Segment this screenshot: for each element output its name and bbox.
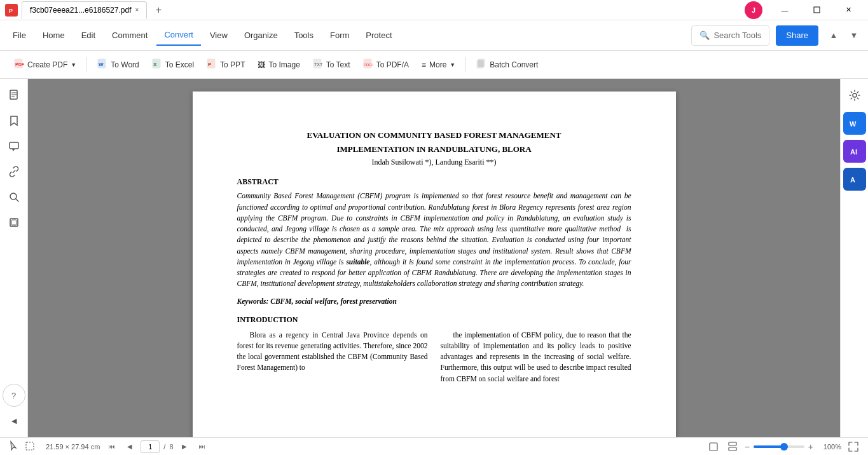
menu-form[interactable]: Form (322, 25, 357, 46)
zoom-bar-fill (754, 445, 784, 448)
svg-text:PDF/A: PDF/A (364, 63, 373, 67)
first-page-btn[interactable]: ⏮ (105, 440, 119, 454)
share-button[interactable]: Share (776, 25, 818, 46)
sidebar-collapse-icon[interactable]: ◀ (3, 409, 25, 432)
menu-home[interactable]: Home (35, 25, 72, 46)
svg-rect-35 (729, 442, 736, 445)
zoom-out-btn[interactable]: − (745, 442, 750, 452)
pdfa-icon: PDF/A (363, 58, 373, 71)
menu-file[interactable]: File (5, 25, 34, 46)
right-sidebar: W AI A (840, 79, 868, 437)
menu-organize[interactable]: Organize (237, 25, 286, 46)
pdf-page: EVALUATION ON COMMUNITY BASED FOREST MAN… (193, 92, 676, 437)
menu-tools[interactable]: Tools (287, 25, 321, 46)
svg-text:AI: AI (850, 148, 857, 156)
search-tools-btn[interactable]: 🔍 Search Tools (691, 25, 769, 46)
page-navigation: ⏮ ◀ 1 / 8 ▶ ⏭ (105, 440, 209, 454)
create-pdf-icon: PDF (14, 58, 24, 71)
pdf-keywords: Keywords: CBFM, social welfare, forest p… (237, 297, 631, 305)
sidebar-page-icon[interactable] (3, 84, 25, 107)
pdf-title-line2: IMPLEMENTATION IN RANDUBLATUNG, BLORA (237, 144, 631, 155)
nav-down-btn[interactable]: ▼ (845, 27, 863, 44)
sidebar-link-icon[interactable] (3, 160, 25, 183)
menu-comment[interactable]: Comment (104, 25, 155, 46)
nav-up-btn[interactable]: ▲ (825, 27, 843, 44)
new-tab-btn[interactable]: + (151, 3, 166, 18)
to-excel-label: To Excel (165, 60, 194, 69)
zoom-in-btn[interactable]: + (808, 442, 813, 452)
sidebar-comment-icon[interactable] (3, 135, 25, 158)
view-mode-single-btn[interactable] (706, 440, 720, 454)
menu-protect[interactable]: Protect (358, 25, 399, 46)
to-pdfa-btn[interactable]: PDF/A To PDF/A (357, 54, 415, 76)
next-page-btn[interactable]: ▶ (177, 440, 191, 454)
pdf-intro-title: INTRODUCTION (237, 315, 631, 325)
fit-window-btn[interactable] (846, 440, 860, 454)
sidebar-layers-icon[interactable] (3, 211, 25, 234)
current-page-input[interactable]: 1 (141, 440, 160, 453)
convert-toolbar: PDF Create PDF ▼ W To Word X To Excel P … (0, 51, 868, 79)
more-btn[interactable]: ≡ More ▼ (415, 54, 462, 76)
menu-view[interactable]: View (202, 25, 235, 46)
cursor-mode-icon[interactable] (8, 440, 19, 453)
pdf-col-right: the implementation of CBFM policy, due t… (441, 330, 631, 384)
to-text-btn[interactable]: TXT To Text (307, 54, 357, 76)
to-image-btn[interactable]: 🖼 To Image (251, 54, 306, 76)
batch-convert-label: Batch Convert (490, 60, 538, 69)
tab-title: f3cb07eeea21...e6186527.pdf (30, 6, 131, 15)
keywords-label: Keywords: (237, 297, 269, 305)
tab-close-btn[interactable]: × (135, 6, 139, 13)
right-word-convert-icon[interactable]: W (843, 112, 866, 135)
title-bar-left: P f3cb07eeea21...e6186527.pdf × + (5, 1, 166, 19)
keywords-text: CBFM, social welfare, forest preservatio… (268, 297, 397, 305)
ppt-icon: P (207, 58, 217, 71)
pdf-area[interactable]: EVALUATION ON COMMUNITY BASED FOREST MAN… (28, 79, 840, 437)
status-bar: 21.59 × 27.94 cm ⏮ ◀ 1 / 8 ▶ ⏭ − + 100% (0, 437, 868, 455)
to-word-btn[interactable]: W To Word (91, 54, 145, 76)
app-icon: P (5, 4, 18, 17)
right-ai-icon[interactable]: AI (843, 140, 866, 163)
to-pdfa-label: To PDF/A (376, 60, 409, 69)
sidebar-bookmark-icon[interactable] (3, 109, 25, 132)
svg-rect-36 (729, 447, 736, 451)
svg-text:PDF: PDF (15, 62, 24, 67)
to-ppt-btn[interactable]: P To PPT (200, 54, 251, 76)
svg-text:A: A (850, 176, 855, 184)
select-mode-icon[interactable] (24, 440, 36, 453)
status-right: − + 100% (706, 440, 860, 454)
svg-line-23 (16, 199, 18, 201)
sidebar-help-icon[interactable]: ? (3, 384, 25, 407)
status-left: 21.59 × 27.94 cm (8, 440, 100, 453)
view-mode-continuous-btn[interactable] (726, 440, 740, 454)
menu-edit[interactable]: Edit (74, 25, 103, 46)
to-word-label: To Word (111, 60, 139, 69)
close-btn[interactable]: ✕ (834, 1, 863, 19)
maximize-btn[interactable] (802, 1, 831, 19)
batch-convert-btn[interactable]: Batch Convert (470, 54, 544, 76)
minimize-btn[interactable]: — (770, 1, 799, 19)
last-page-btn[interactable]: ⏭ (195, 440, 209, 454)
divider-1 (86, 57, 87, 72)
to-ppt-label: To PPT (220, 60, 245, 69)
sidebar-search-icon[interactable] (3, 186, 25, 208)
right-word-icon[interactable]: A (843, 168, 866, 191)
to-excel-btn[interactable]: X To Excel (146, 54, 200, 76)
svg-text:X: X (153, 62, 157, 67)
page-dimensions: 21.59 × 27.94 cm (46, 443, 100, 451)
zoom-slider[interactable] (754, 445, 804, 448)
create-pdf-btn[interactable]: PDF Create PDF ▼ (8, 54, 83, 76)
current-tab[interactable]: f3cb07eeea21...e6186527.pdf × (22, 1, 147, 19)
create-pdf-label: Create PDF (27, 60, 67, 69)
total-pages: 8 (169, 443, 173, 451)
svg-text:W: W (99, 62, 104, 67)
svg-rect-21 (10, 142, 18, 149)
intro-col2-text: the implementation of CBFM policy, due t… (441, 330, 631, 384)
zoom-slider-container: − + (745, 442, 813, 452)
svg-text:P: P (208, 62, 212, 67)
menu-convert[interactable]: Convert (156, 25, 201, 46)
svg-rect-2 (814, 7, 820, 13)
to-text-label: To Text (326, 60, 350, 69)
prev-page-btn[interactable]: ◀ (123, 440, 137, 454)
profile-avatar[interactable]: J (745, 1, 762, 19)
right-settings-icon[interactable] (843, 84, 866, 107)
